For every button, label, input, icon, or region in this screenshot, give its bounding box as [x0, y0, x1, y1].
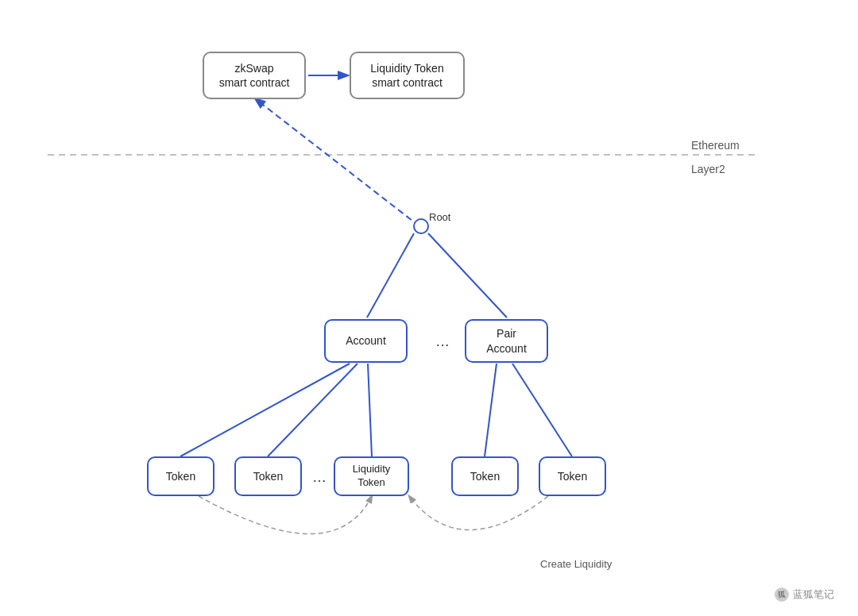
- dots-bottom: …: [312, 469, 327, 485]
- ethereum-label: Ethereum: [691, 139, 740, 152]
- token1-label: Token: [166, 469, 195, 483]
- token3-node: Token: [451, 456, 519, 496]
- pair-account-label: PairAccount: [486, 326, 527, 355]
- svg-line-7: [268, 364, 358, 456]
- layer2-label: Layer2: [691, 163, 725, 175]
- token4-label: Token: [558, 469, 587, 483]
- watermark-text: 蓝狐笔记: [793, 587, 834, 602]
- svg-line-9: [485, 364, 497, 456]
- account-node: Account: [324, 319, 408, 363]
- svg-point-3: [414, 219, 428, 233]
- token2-node: Token: [234, 456, 302, 496]
- liquidity-token-contract-label: Liquidity Tokensmart contract: [370, 61, 443, 90]
- token1-node: Token: [147, 456, 214, 496]
- liquidity-token-label: LiquidityToken: [353, 463, 391, 490]
- watermark-icon: 狐: [775, 587, 789, 602]
- root-label: Root: [429, 211, 451, 223]
- token4-node: Token: [539, 456, 606, 496]
- diagram-container: Ethereum Layer2 Root: [0, 0, 858, 616]
- svg-line-6: [180, 364, 350, 456]
- watermark: 狐 蓝狐笔记: [775, 587, 834, 602]
- svg-line-2: [256, 99, 419, 226]
- svg-line-4: [367, 233, 414, 318]
- svg-line-10: [512, 364, 572, 456]
- liquidity-token-node: LiquidityToken: [334, 456, 409, 496]
- svg-line-5: [428, 233, 507, 318]
- account-label: Account: [346, 333, 386, 348]
- pair-account-node: PairAccount: [465, 319, 548, 363]
- token2-label: Token: [253, 469, 283, 483]
- svg-line-8: [368, 364, 372, 456]
- create-liquidity-label: Create Liquidity: [540, 558, 613, 570]
- zkswap-contract-node: zkSwap smart contract: [203, 52, 306, 99]
- liquidity-token-contract-node: Liquidity Tokensmart contract: [350, 52, 465, 99]
- dots-between-nodes: …: [435, 333, 450, 349]
- zkswap-contract-label: zkSwap smart contract: [219, 61, 290, 90]
- token3-label: Token: [470, 469, 500, 483]
